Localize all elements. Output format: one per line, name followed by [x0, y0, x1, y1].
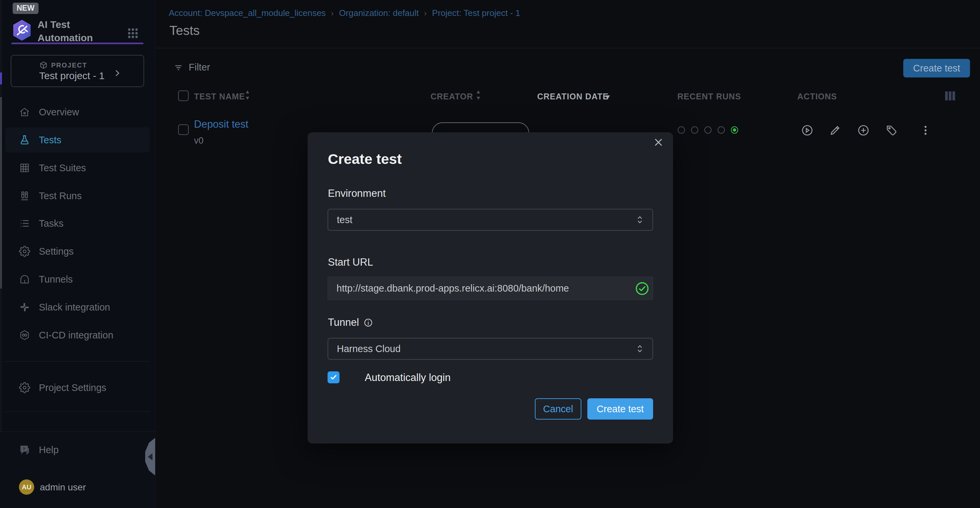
sidebar-item-slack-integration[interactable]: Slack integration	[5, 295, 150, 320]
sidebar-item-project-settings[interactable]: Project Settings	[5, 375, 150, 400]
sidebar-item-tasks[interactable]: Tasks	[5, 211, 150, 236]
select-chevrons-icon	[636, 343, 644, 355]
grid-icon	[19, 162, 30, 174]
sort-arrows-icon[interactable]	[476, 89, 481, 101]
column-header-creator[interactable]: CREATOR	[431, 91, 473, 102]
environment-select[interactable]: test	[328, 209, 653, 231]
sidebar-item-cicd-integration[interactable]: CI-CD integration	[5, 323, 150, 348]
sort-desc-icon	[605, 94, 611, 100]
test-name-link[interactable]: Deposit test	[194, 118, 248, 130]
run-success-indicator[interactable]	[731, 126, 738, 134]
sort-arrows-icon[interactable]	[245, 89, 250, 101]
modal-create-test-button[interactable]: Create test	[587, 398, 653, 420]
run-slot-empty[interactable]	[678, 126, 685, 134]
column-header-recent-runs: RECENT RUNS	[677, 91, 741, 102]
column-settings-icon[interactable]	[945, 91, 955, 101]
avatar[interactable]: AU	[19, 479, 34, 495]
project-selector-label: PROJECT	[51, 62, 87, 69]
edit-icon[interactable]	[829, 125, 841, 136]
sidebar-item-help[interactable]: ? Help	[5, 437, 150, 462]
sidebar-item-settings[interactable]: Settings	[5, 239, 150, 264]
modal-title: Create test	[328, 151, 402, 167]
tag-icon[interactable]	[885, 125, 897, 136]
breadcrumb-organization[interactable]: Organization: default	[339, 8, 419, 18]
environment-label: Environment	[328, 187, 386, 200]
cicd-icon	[19, 329, 30, 341]
test-version: v0	[194, 136, 204, 146]
run-slot-empty[interactable]	[704, 126, 711, 134]
cube-icon	[39, 61, 48, 69]
gear-icon	[19, 246, 30, 257]
select-all-checkbox[interactable]	[178, 90, 189, 101]
filter-button[interactable]: Filter	[174, 62, 210, 73]
sidebar-divider	[5, 412, 150, 412]
header-divider	[155, 48, 980, 48]
start-url-label: Start URL	[328, 256, 373, 268]
edge-scroll-indicator	[0, 72, 2, 85]
run-test-button[interactable]	[801, 125, 813, 136]
info-icon[interactable]	[364, 318, 373, 327]
edge-scrollbar-thumb[interactable]	[0, 97, 2, 289]
column-header-test-name[interactable]: TEST NAME	[194, 91, 245, 102]
flask-icon	[19, 134, 30, 145]
user-name[interactable]: admin user	[40, 482, 86, 493]
help-chat-icon: ?	[19, 444, 30, 455]
cancel-button[interactable]: Cancel	[535, 398, 581, 420]
page-title: Tests	[169, 23, 200, 38]
select-chevrons-icon	[636, 214, 644, 225]
column-header-creation-date[interactable]: CREATION DATE	[537, 91, 609, 102]
list-icon	[19, 218, 30, 229]
run-slot-empty[interactable]	[691, 126, 698, 134]
gear-icon	[19, 382, 30, 393]
breadcrumb: Account: Devspace_all_module_licenses › …	[169, 8, 520, 18]
start-url-field	[328, 276, 653, 300]
valid-check-icon	[635, 281, 649, 296]
chevron-left-icon	[148, 453, 153, 460]
breadcrumb-project[interactable]: Project: Test project - 1	[432, 8, 520, 18]
project-selector-value: Test project - 1	[39, 70, 105, 81]
app-title: AI Test Automation	[38, 18, 93, 45]
app-logo	[10, 18, 34, 43]
brand-divider	[11, 43, 143, 44]
chevron-right-icon	[113, 69, 122, 77]
slack-icon	[19, 302, 30, 313]
filter-icon	[174, 63, 183, 72]
new-badge: NEW	[13, 3, 38, 14]
sidebar-divider	[5, 361, 150, 362]
sidebar-bottom-panel: ? Help	[0, 431, 155, 508]
tunnel-icon	[19, 274, 30, 285]
tunnel-select[interactable]: Harness Cloud	[328, 338, 653, 360]
start-url-input[interactable]	[328, 277, 635, 300]
create-test-modal: Create test Environment test Start URL T…	[308, 132, 673, 444]
auto-login-checkbox[interactable]	[328, 371, 339, 383]
home-icon	[19, 106, 30, 118]
sidebar-item-tests[interactable]: Tests	[5, 127, 150, 153]
sidebar-item-test-suites[interactable]: Test Suites	[5, 155, 150, 181]
breadcrumb-account[interactable]: Account: Devspace_all_module_licenses	[169, 8, 326, 18]
close-icon[interactable]	[653, 137, 664, 147]
run-slot-empty[interactable]	[718, 126, 725, 134]
app-screen: NEW AI Test Automation	[0, 0, 980, 508]
auto-login-label[interactable]: Automatically login	[365, 372, 450, 383]
tunnel-label: Tunnel	[328, 316, 373, 329]
project-selector[interactable]: PROJECT Test project - 1	[11, 55, 144, 87]
sidebar-item-tunnels[interactable]: Tunnels	[5, 267, 150, 292]
sidebar-item-test-runs[interactable]: Test Runs	[5, 183, 150, 208]
sidebar: NEW AI Test Automation	[0, 0, 156, 508]
add-icon[interactable]	[858, 125, 869, 136]
chevron-right-icon: ›	[331, 9, 334, 18]
chevron-right-icon: ›	[424, 9, 427, 18]
row-checkbox[interactable]	[178, 125, 189, 135]
column-header-actions: ACTIONS	[797, 91, 837, 102]
columns-icon	[19, 190, 30, 201]
recent-runs	[678, 126, 738, 134]
create-test-button[interactable]: Create test	[903, 59, 970, 77]
module-grid-icon[interactable]	[126, 26, 140, 41]
sidebar-item-overview[interactable]: Overview	[5, 99, 150, 125]
more-menu-icon[interactable]	[920, 125, 932, 136]
svg-text:?: ?	[23, 447, 25, 451]
